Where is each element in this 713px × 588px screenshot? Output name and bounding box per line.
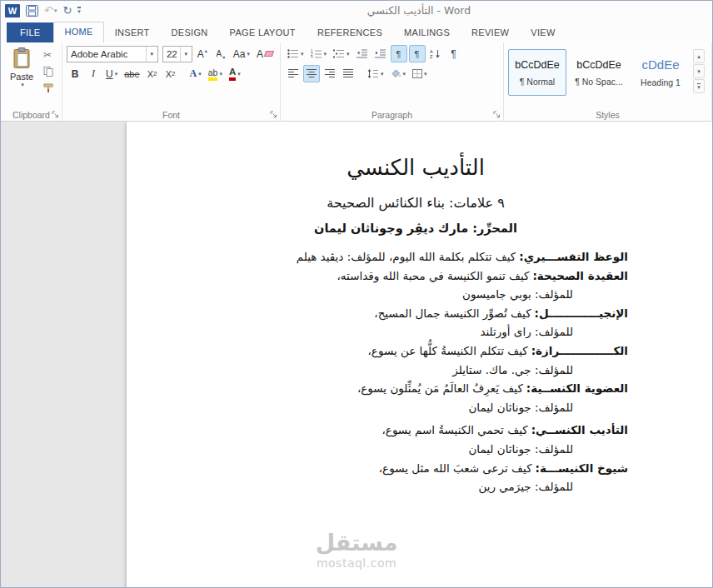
doc-line[interactable]: الإنجيـــــــــــــل:كيف تُصوِّر الكنيسة… (203, 304, 628, 323)
grow-font-icon: A (197, 48, 204, 60)
shading-button[interactable]: ▾ (388, 65, 409, 82)
italic-button[interactable]: I (85, 65, 102, 82)
paste-label: Paste (10, 72, 33, 82)
styles-scroll-down-button[interactable]: ▾ (693, 64, 705, 78)
bold-button[interactable]: B (67, 65, 83, 82)
align-center-button[interactable] (303, 65, 320, 82)
justify-icon (343, 69, 353, 78)
decrease-indent-icon (356, 49, 367, 58)
numbering-button[interactable]: 123 ▾ (308, 45, 330, 62)
document-title[interactable]: التأديب الكنسي (203, 153, 628, 182)
underline-button[interactable]: U▾ (103, 65, 120, 82)
line-spacing-button[interactable]: ▾ (365, 65, 386, 82)
chevron-down-icon: ▾ (301, 51, 304, 57)
align-right-button[interactable] (322, 65, 338, 82)
doc-line[interactable]: الوعظ التفســـيري:كيف تتكلم بكلمة الله ا… (203, 247, 628, 267)
tab-mailings[interactable]: MAILINGS (393, 22, 461, 42)
paragraph-dialog-launcher[interactable] (492, 110, 501, 119)
style-normal[interactable]: bCcDdEe ¶ Normal (508, 49, 566, 96)
ribbon-tab-bar: FILE HOME INSERT DESIGN PAGE LAYOUT REFE… (1, 20, 712, 42)
tab-review[interactable]: REVIEW (461, 22, 520, 42)
tab-insert[interactable]: INSERT (104, 22, 161, 42)
doc-line[interactable]: للمؤلف: جوناثان ليمان (203, 440, 628, 459)
strikethrough-button[interactable]: abe (122, 65, 142, 82)
paste-button[interactable]: Paste ▾ (5, 45, 38, 96)
document-page[interactable]: التأديب الكنسي ٩ علامات: بناء الكنائس ال… (127, 122, 712, 587)
save-button[interactable] (26, 5, 38, 17)
tab-references[interactable]: REFERENCES (307, 22, 393, 42)
decrease-indent-button[interactable] (354, 45, 371, 62)
tab-view[interactable]: VIEW (520, 22, 566, 42)
line-lead: الإنجيـــــــــــــل: (531, 306, 628, 320)
line-lead: الكــــــــــــــرازة: (528, 344, 628, 357)
doc-line[interactable]: الكــــــــــــــرازة:كيف تتكلم الكنيسةُ… (203, 341, 628, 361)
undo-button[interactable]: ↶ ▾ (44, 4, 57, 17)
doc-line[interactable]: العقيدة الصحيحة:كيف تنمو الكنيسة في محبة… (203, 267, 628, 286)
document-subtitle[interactable]: ٩ علامات: بناء الكنائس الصحيحة (203, 194, 628, 212)
chevron-down-icon: ▾ (424, 71, 427, 77)
clear-formatting-button[interactable]: A (254, 45, 276, 62)
tab-page-layout[interactable]: PAGE LAYOUT (219, 22, 307, 42)
doc-line[interactable]: العضوية الكنســية:كيف يَعرِفُ العالَمُ م… (203, 379, 628, 398)
justify-button[interactable] (340, 65, 356, 82)
ltr-paragraph-icon: ¶ (396, 49, 401, 59)
window-title: التأديب الكنسي - Word (126, 4, 712, 17)
redo-button[interactable]: ↻ (62, 4, 72, 17)
font-color-button[interactable]: A▾ (227, 65, 243, 82)
tab-home[interactable]: HOME (53, 22, 103, 42)
line-text: للمؤلف: جوناثان ليمان (468, 442, 573, 456)
line-text: للمؤلف: جيرَمي رين (479, 480, 573, 493)
line-text: للمؤلف: راى أورتلند (480, 325, 573, 338)
show-formatting-marks-button[interactable]: ¶ (446, 45, 462, 62)
document-editor-line[interactable]: المحرِّر: مارك ديڤِر وجوناثان ليمان (203, 219, 628, 237)
style-no-spacing[interactable]: bCcDdEe ¶ No Spac... (570, 49, 628, 96)
increase-indent-icon (375, 49, 386, 58)
doc-line[interactable]: شيوخ الكنيســـة:كيف ترعى شعبَ الله مثل ي… (203, 459, 628, 478)
line-lead: الوعظ التفســـيري: (516, 250, 628, 263)
line-lead: العضوية الكنســية: (523, 381, 628, 395)
align-left-button[interactable] (285, 65, 302, 82)
superscript-icon: X (166, 69, 172, 79)
styles-scroll-up-button[interactable]: ▴ (693, 49, 705, 63)
doc-line[interactable]: للمؤلف: جوناثان ليمان (203, 398, 628, 417)
font-name-combo[interactable]: Adobe Arabic ▾ (67, 46, 158, 62)
multilevel-list-button[interactable]: ▾ (331, 45, 352, 62)
line-text: كيف يَعرِفُ العالَمُ مَن يُمثِّلون يسوع، (357, 381, 523, 395)
increase-indent-button[interactable] (372, 45, 389, 62)
doc-line[interactable]: للمؤلف: جي. ماك. ستايلز (203, 361, 628, 380)
text-effects-button[interactable]: A▾ (187, 65, 204, 82)
copy-button[interactable] (41, 64, 57, 79)
text-highlight-button[interactable]: ab▾ (206, 65, 225, 82)
clipboard-dialog-launcher[interactable] (51, 110, 60, 119)
change-case-button[interactable]: Aa▾ (231, 45, 252, 62)
grow-font-button[interactable]: A▴ (194, 45, 211, 62)
chevron-down-icon: ▾ (347, 51, 350, 57)
shrink-font-button[interactable]: A▾ (212, 45, 229, 62)
doc-line[interactable]: للمؤلف: راى أورتلند (203, 322, 628, 341)
line-text: كيف تُصوِّر الكنيسة جمال المسيح، (374, 306, 531, 320)
styles-gallery-more-button[interactable]: ▾ (693, 79, 705, 93)
font-size-combo[interactable]: 22 ▾ (162, 46, 192, 62)
font-color-icon: A (229, 67, 236, 81)
sort-button[interactable]: AZ (427, 45, 444, 62)
doc-line[interactable]: للمؤلف: بوبي جاميسون (203, 285, 628, 304)
doc-line[interactable]: التأديب الكنســي:كيف تحمي الكنيسةُ اسم ي… (203, 421, 628, 440)
bullets-button[interactable]: ▾ (285, 45, 307, 62)
style-heading-1[interactable]: cDdEe Heading 1 (631, 49, 690, 96)
font-dialog-launcher[interactable] (269, 110, 278, 119)
right-to-left-direction-button[interactable]: ¶ (409, 45, 426, 62)
shading-icon (391, 69, 401, 78)
tab-design[interactable]: DESIGN (161, 22, 219, 42)
superscript-button[interactable]: X2 (162, 65, 179, 82)
format-painter-button[interactable] (41, 81, 57, 96)
shrink-font-icon: A (217, 49, 222, 58)
chevron-down-icon: ▾ (146, 47, 157, 62)
customize-quick-access-button[interactable]: ▾ (77, 7, 81, 14)
borders-button[interactable]: ▾ (410, 65, 430, 82)
left-to-right-direction-button[interactable]: ¶ (391, 45, 407, 62)
tab-file[interactable]: FILE (7, 22, 53, 42)
doc-line[interactable]: للمؤلف: جيرَمي رين (203, 477, 628, 496)
cut-button[interactable]: ✂ (41, 47, 57, 62)
font-group: Adobe Arabic ▾ 22 ▾ A▴ A▾ Aa▾ A B I U▾ (62, 42, 281, 121)
subscript-button[interactable]: X2 (144, 65, 161, 82)
